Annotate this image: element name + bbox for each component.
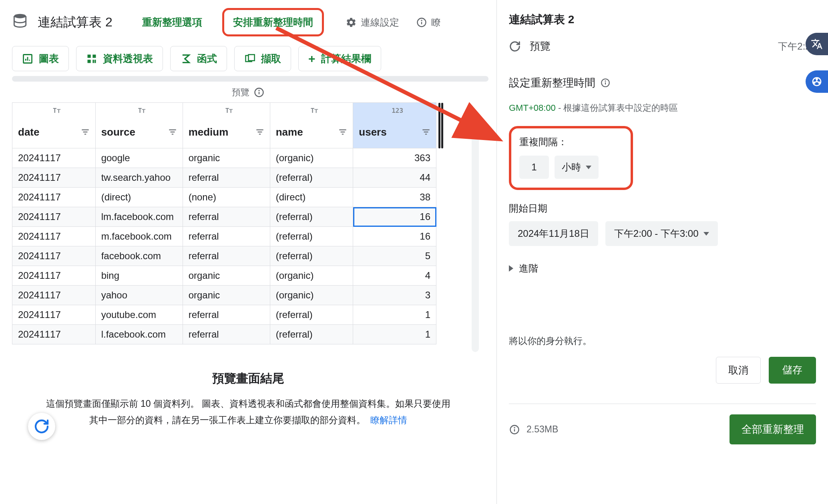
col-header-name[interactable]: Tᴛ name xyxy=(270,103,353,148)
schedule-refresh-button[interactable]: 安排重新整理時間 xyxy=(222,8,324,36)
vertical-scrollbar[interactable] xyxy=(472,112,479,352)
save-button[interactable]: 儲存 xyxy=(769,357,816,384)
cell-users[interactable]: 16 xyxy=(353,207,436,227)
cell-source[interactable]: youtube.com xyxy=(95,305,183,325)
cell-medium[interactable]: referral xyxy=(183,168,270,188)
cell-source[interactable]: yahoo xyxy=(95,286,183,305)
cell-name[interactable]: (referral) xyxy=(270,227,353,246)
cell-date[interactable]: 20241117 xyxy=(12,286,96,305)
cell-source[interactable]: bing xyxy=(95,266,183,286)
cell-medium[interactable]: organic xyxy=(183,266,270,286)
col-header-source[interactable]: Tᴛ source xyxy=(95,103,183,148)
cell-medium[interactable]: (none) xyxy=(183,188,270,207)
cell-date[interactable]: 20241117 xyxy=(12,246,96,266)
cell-date[interactable]: 20241117 xyxy=(12,227,96,246)
cancel-button[interactable]: 取消 xyxy=(716,357,761,384)
cell-date[interactable]: 20241117 xyxy=(12,148,96,168)
col-header-medium[interactable]: Tᴛ medium xyxy=(183,103,270,148)
cell-date[interactable]: 20241117 xyxy=(12,325,96,344)
filter-icon[interactable] xyxy=(338,127,348,137)
table-row[interactable]: 20241117facebook.comreferral(referral)5 xyxy=(12,246,436,266)
refresh-fab[interactable] xyxy=(28,413,55,440)
cell-users[interactable]: 5 xyxy=(353,246,436,266)
cell-name[interactable]: (organic) xyxy=(270,286,353,305)
cell-users[interactable]: 16 xyxy=(353,227,436,246)
cell-medium[interactable]: referral xyxy=(183,325,270,344)
filter-icon[interactable] xyxy=(167,127,178,137)
table-row[interactable]: 20241117m.facebook.comreferral(referral)… xyxy=(12,227,436,246)
horizontal-scrollbar[interactable] xyxy=(12,76,488,82)
cell-users[interactable]: 1 xyxy=(353,305,436,325)
cell-users[interactable]: 1 xyxy=(353,325,436,344)
cell-name[interactable]: (referral) xyxy=(270,305,353,325)
tab-pivot[interactable]: 資料透視表 xyxy=(76,46,163,71)
info-icon[interactable] xyxy=(509,424,520,435)
tab-calc-column[interactable]: + 計算結果欄 xyxy=(298,46,381,71)
cell-date[interactable]: 20241117 xyxy=(12,168,96,188)
cell-medium[interactable]: referral xyxy=(183,246,270,266)
col-header-date[interactable]: Tᴛ date xyxy=(12,103,96,148)
learn-more-label: 瞭 xyxy=(431,16,441,29)
cell-source[interactable]: lm.facebook.com xyxy=(95,207,183,227)
tab-chart[interactable]: 圖表 xyxy=(12,46,69,71)
learn-more-link[interactable]: 瞭解詳情 xyxy=(370,415,407,425)
refresh-all-button[interactable]: 全部重新整理 xyxy=(730,414,816,444)
cell-source[interactable]: facebook.com xyxy=(95,246,183,266)
cell-name[interactable]: (referral) xyxy=(270,207,353,227)
cell-date[interactable]: 20241117 xyxy=(12,266,96,286)
cell-name[interactable]: (organic) xyxy=(270,148,353,168)
filter-icon[interactable] xyxy=(421,127,431,137)
refresh-preview-button[interactable]: 預覽 xyxy=(509,39,551,53)
cell-medium[interactable]: referral xyxy=(183,305,270,325)
info-icon[interactable] xyxy=(253,87,265,98)
refresh-options-button[interactable]: 重新整理選項 xyxy=(142,16,202,29)
filter-icon[interactable] xyxy=(80,127,90,137)
cell-source[interactable]: m.facebook.com xyxy=(95,227,183,246)
cell-users[interactable]: 38 xyxy=(353,188,436,207)
table-row[interactable]: 20241117l.facebook.comreferral(referral)… xyxy=(12,325,436,344)
cell-source[interactable]: tw.search.yahoo xyxy=(95,168,183,188)
table-row[interactable]: 20241117(direct)(none)(direct)38 xyxy=(12,188,436,207)
cell-users[interactable]: 44 xyxy=(353,168,436,188)
info-icon[interactable] xyxy=(600,78,611,88)
filter-icon[interactable] xyxy=(255,127,265,137)
tab-extract[interactable]: 擷取 xyxy=(234,46,291,71)
table-row[interactable]: 20241117youtube.comreferral(referral)1 xyxy=(12,305,436,325)
cell-date[interactable]: 20241117 xyxy=(12,305,96,325)
assistant-chip[interactable] xyxy=(806,70,828,93)
tab-chart-label: 圖表 xyxy=(39,52,59,65)
advanced-toggle[interactable]: 進階 xyxy=(509,262,816,275)
cell-name[interactable]: (referral) xyxy=(270,246,353,266)
cell-users[interactable]: 363 xyxy=(353,148,436,168)
cell-source[interactable]: (direct) xyxy=(95,188,183,207)
cell-medium[interactable]: organic xyxy=(183,286,270,305)
tab-function[interactable]: 函式 xyxy=(170,46,227,71)
connection-settings-button[interactable]: 連線設定 xyxy=(346,16,399,29)
table-row[interactable]: 20241117googleorganic(organic)363 xyxy=(12,148,436,168)
cell-name[interactable]: (referral) xyxy=(270,168,353,188)
table-row[interactable]: 20241117tw.search.yahooreferral(referral… xyxy=(12,168,436,188)
table-row[interactable]: 20241117yahooorganic(organic)3 xyxy=(12,286,436,305)
col-header-users[interactable]: 123 users xyxy=(353,103,436,148)
cell-source[interactable]: google xyxy=(95,148,183,168)
table-row[interactable]: 20241117lm.facebook.comreferral(referral… xyxy=(12,207,436,227)
cell-medium[interactable]: referral xyxy=(183,207,270,227)
cell-name[interactable]: (organic) xyxy=(270,266,353,286)
cell-users[interactable]: 3 xyxy=(353,286,436,305)
cell-name[interactable]: (referral) xyxy=(270,325,353,344)
cell-medium[interactable]: organic xyxy=(183,148,270,168)
start-date-picker[interactable]: 2024年11月18日 xyxy=(509,221,598,246)
cell-source[interactable]: l.facebook.com xyxy=(95,325,183,344)
cell-name[interactable]: (direct) xyxy=(270,188,353,207)
column-resize-handle[interactable] xyxy=(438,103,443,148)
translate-chip[interactable] xyxy=(806,33,828,55)
table-row[interactable]: 20241117bingorganic(organic)4 xyxy=(12,266,436,286)
learn-more-button[interactable]: 瞭 xyxy=(416,16,441,29)
cell-date[interactable]: 20241117 xyxy=(12,207,96,227)
interval-value-input[interactable]: 1 xyxy=(519,156,549,179)
start-time-range-select[interactable]: 下午2:00 - 下午3:00 xyxy=(605,221,718,246)
cell-date[interactable]: 20241117 xyxy=(12,188,96,207)
interval-unit-select[interactable]: 小時 xyxy=(555,156,599,179)
cell-users[interactable]: 4 xyxy=(353,266,436,286)
cell-medium[interactable]: referral xyxy=(183,227,270,246)
